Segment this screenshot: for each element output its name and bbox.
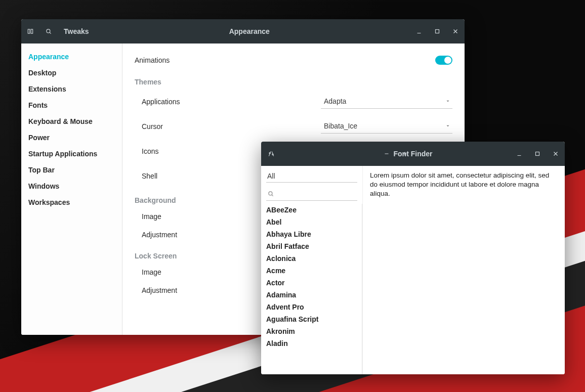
font-item[interactable]: Actor [261, 277, 362, 289]
combo-value: Adapta [324, 97, 346, 105]
fontfinder-titlebar: Font Finder [261, 142, 565, 166]
svg-rect-1 [31, 29, 32, 33]
sidebar-item-power[interactable]: Power [21, 129, 122, 146]
animations-toggle[interactable] [435, 56, 452, 65]
fontfinder-window: Font Finder All ABeeZee [261, 142, 565, 374]
fontfinder-close-button[interactable] [547, 142, 565, 166]
theme-row-label: Applications [135, 98, 266, 106]
tweaks-maximize-button[interactable] [428, 19, 446, 43]
animations-label: Animations [135, 56, 266, 64]
fontfinder-left-panel: All ABeeZeeAbelAbhaya LibreAbril Fatface… [261, 166, 362, 374]
sidebar-item-workspaces[interactable]: Workspaces [21, 194, 122, 210]
tweaks-title-center: Appearance [229, 27, 270, 35]
font-item[interactable]: Acme [261, 265, 362, 277]
sidebar-item-top-bar[interactable]: Top Bar [21, 162, 122, 178]
font-item[interactable]: Aladin [261, 337, 362, 350]
theme-applications-combo[interactable]: Adapta [321, 94, 452, 109]
tweaks-search-icon[interactable] [39, 19, 58, 43]
lockscreen-label: Adjustment [135, 286, 266, 294]
svg-line-18 [272, 195, 273, 196]
svg-line-3 [50, 32, 51, 34]
svg-point-17 [269, 191, 272, 195]
fontfinder-maximize-button[interactable] [528, 142, 547, 166]
svg-rect-0 [28, 29, 30, 33]
background-label: Image [135, 212, 266, 221]
sidebar-item-appearance[interactable]: Appearance [21, 49, 122, 65]
theme-cursor-combo[interactable]: Bibata_Ice [321, 119, 452, 134]
svg-rect-14 [536, 152, 539, 156]
font-item[interactable]: Akronim [261, 325, 362, 337]
font-item[interactable]: Aguafina Script [261, 313, 362, 325]
theme-row-cursor: CursorBibata_Ice [135, 114, 452, 139]
combo-value: Bibata_Ice [324, 122, 357, 130]
theme-row-label: Icons [135, 147, 266, 155]
theme-row-label: Cursor [135, 122, 266, 130]
background-label: Adjustment [135, 231, 266, 239]
fontfinder-search-input[interactable] [277, 188, 364, 199]
font-item[interactable]: Aclonica [261, 252, 362, 265]
sidebar-item-startup-applications[interactable]: Startup Applications [21, 146, 122, 162]
sidebar-item-keyboard-mouse[interactable]: Keyboard & Mouse [21, 113, 122, 129]
search-icon [267, 190, 274, 197]
tweaks-minimize-button[interactable] [410, 19, 428, 43]
chevron-down-icon [445, 122, 450, 130]
tweaks-title-left: Tweaks [64, 27, 89, 35]
animations-row: Animations [135, 51, 452, 70]
fontfinder-filter-combo[interactable]: All [266, 170, 357, 183]
theme-row-label: Shell [135, 172, 266, 180]
chevron-down-icon [445, 97, 450, 105]
font-item[interactable]: ABeeZee [261, 204, 362, 216]
sidebar-item-extensions[interactable]: Extensions [21, 81, 122, 97]
font-item[interactable]: Adamina [261, 289, 362, 301]
font-item[interactable]: Abel [261, 216, 362, 228]
tweaks-sidebar: AppearanceDesktopExtensionsFontsKeyboard… [21, 43, 122, 335]
fontfinder-app-icon [261, 142, 281, 166]
svg-point-2 [47, 29, 50, 33]
theme-row-applications: ApplicationsAdapta [135, 89, 452, 114]
font-item[interactable]: Advent Pro [261, 301, 362, 313]
fontfinder-font-list[interactable]: ABeeZeeAbelAbhaya LibreAbril FatfaceAclo… [261, 204, 362, 374]
sidebar-item-windows[interactable]: Windows [21, 178, 122, 194]
fontfinder-search-row [266, 187, 357, 201]
font-item[interactable]: Abhaya Libre [261, 228, 362, 240]
fontfinder-preview: Lorem ipsum dolor sit amet, consectetur … [362, 166, 565, 374]
section-themes: Themes [135, 70, 452, 89]
font-item[interactable]: Abril Fatface [261, 240, 362, 252]
fontfinder-minimize-button[interactable] [510, 142, 528, 166]
tweaks-menu-icon[interactable] [21, 19, 39, 43]
tweaks-titlebar: Tweaks Appearance [21, 19, 465, 43]
sidebar-item-desktop[interactable]: Desktop [21, 65, 122, 81]
sidebar-item-fonts[interactable]: Fonts [21, 97, 122, 113]
lockscreen-label: Image [135, 268, 266, 276]
fontfinder-zoom-out-button[interactable] [378, 142, 396, 166]
tweaks-close-button[interactable] [446, 19, 465, 43]
svg-rect-5 [436, 30, 439, 33]
fontfinder-zoom-in-button[interactable] [396, 142, 414, 166]
fontfinder-filter-value: All [267, 172, 275, 180]
